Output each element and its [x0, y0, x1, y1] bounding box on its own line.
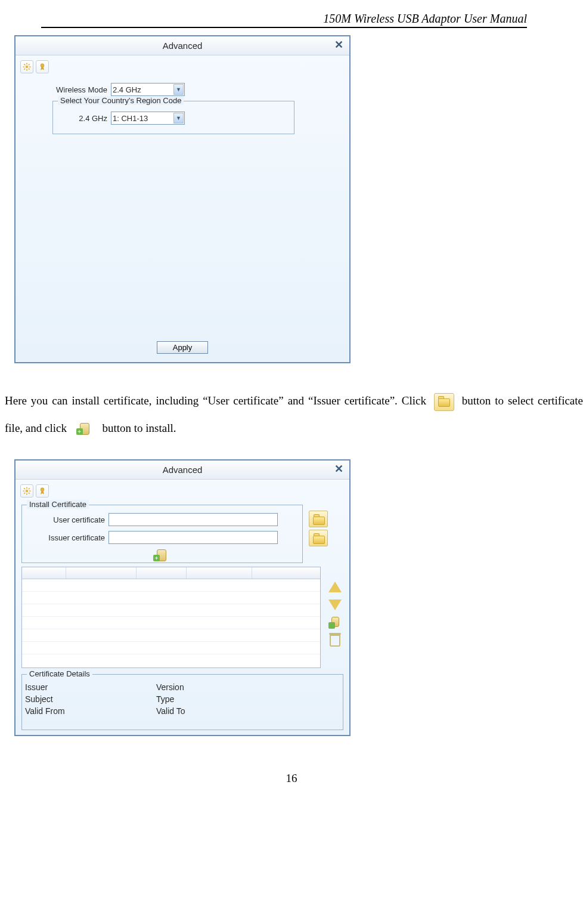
window-title: Advanced	[163, 465, 203, 475]
body-paragraph: Here you can install certificate, includ…	[0, 387, 583, 441]
chevron-down-icon: ▼	[173, 84, 184, 95]
region-code-select[interactable]: 1: CH1-13 ▼	[111, 112, 185, 125]
table-header	[22, 567, 320, 579]
certificate-details-legend: Certificate Details	[27, 669, 92, 678]
para-seg-1: Here you can install certificate, includ…	[5, 394, 426, 407]
add-certificate-button[interactable]	[327, 614, 343, 631]
para-seg-4: button to install.	[102, 422, 176, 434]
window-titlebar: Advanced ✕	[15, 461, 349, 480]
user-certificate-label: User certificate	[27, 515, 105, 524]
browse-issuer-cert-button[interactable]	[309, 530, 328, 546]
region-band-label: 2.4 GHz	[67, 114, 107, 123]
detail-issuer-label: Issuer	[25, 682, 156, 692]
delete-certificate-button[interactable]	[327, 632, 343, 649]
install-certificate-icon: +	[75, 420, 95, 438]
wireless-mode-value: 2.4 GHz	[113, 85, 141, 94]
browse-user-cert-button[interactable]	[309, 511, 328, 527]
advanced-window-wireless: Advanced ✕ Wireless Mode 2.4 GHz ▼ Selec…	[14, 35, 351, 363]
detail-subject-label: Subject	[25, 694, 156, 704]
install-certificate-button[interactable]: +	[151, 546, 172, 564]
arrow-up-icon	[328, 582, 342, 592]
trash-icon	[330, 635, 340, 647]
table-body[interactable]	[22, 579, 320, 667]
wireless-mode-label: Wireless Mode	[43, 85, 107, 94]
install-certificate-legend: Install Certificate	[27, 500, 89, 509]
medal-icon[interactable]	[36, 484, 49, 497]
close-icon[interactable]: ✕	[333, 463, 345, 475]
page-number: 16	[0, 772, 583, 785]
issuer-certificate-field[interactable]	[108, 531, 278, 544]
svg-point-0	[26, 66, 29, 69]
move-up-button[interactable]	[327, 579, 343, 595]
gear-icon[interactable]	[20, 60, 33, 73]
user-certificate-field[interactable]	[108, 513, 278, 526]
svg-point-1	[41, 64, 44, 67]
apply-button[interactable]: Apply	[157, 341, 209, 354]
wireless-mode-select[interactable]: 2.4 GHz ▼	[111, 83, 185, 96]
window-titlebar: Advanced ✕	[15, 36, 349, 55]
advanced-window-certificate: Advanced ✕ Install Certificate User cert…	[14, 459, 351, 736]
detail-type-label: Type	[156, 694, 287, 704]
issuer-certificate-label: Issuer certificate	[27, 533, 105, 542]
chevron-down-icon: ▼	[173, 113, 184, 123]
move-down-button[interactable]	[327, 597, 343, 613]
para-seg-2: button to	[462, 394, 504, 407]
window-title: Advanced	[163, 41, 203, 51]
gear-icon[interactable]	[20, 484, 33, 497]
medal-icon[interactable]	[36, 60, 49, 73]
certificate-list-table	[21, 567, 321, 668]
arrow-down-icon	[328, 599, 342, 610]
region-code-value: 1: CH1-13	[113, 114, 148, 123]
detail-validto-label: Valid To	[156, 706, 287, 716]
folder-open-icon	[434, 393, 454, 411]
region-code-legend: Select Your Country's Region Code	[58, 96, 184, 105]
detail-version-label: Version	[156, 682, 287, 692]
svg-point-2	[26, 490, 29, 493]
close-icon[interactable]: ✕	[333, 39, 345, 51]
page-header-title: 150M Wireless USB Adaptor User Manual	[0, 12, 583, 27]
detail-validfrom-label: Valid From	[25, 706, 156, 716]
svg-point-3	[41, 488, 44, 492]
